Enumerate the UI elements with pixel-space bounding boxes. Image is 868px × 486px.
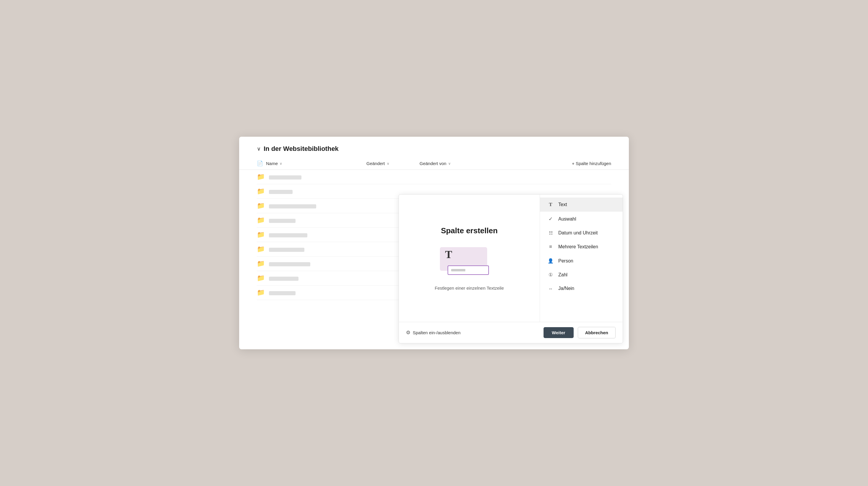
type-label-text: Text bbox=[558, 202, 567, 207]
auswahl-type-icon: ✓ bbox=[547, 216, 554, 222]
preview-graphic: T bbox=[440, 247, 499, 277]
file-col-icon: 📄 bbox=[257, 160, 263, 166]
text-type-icon: T bbox=[547, 202, 554, 208]
show-hide-columns-button[interactable]: ⚙ Spalten ein-/ausblenden bbox=[406, 330, 461, 336]
modal-main: Spalte erstellen T Festlegen einer einze… bbox=[399, 194, 623, 322]
col-geaendert-header[interactable]: Geändert ∨ bbox=[366, 161, 420, 166]
folder-icon: 📁 bbox=[257, 260, 265, 268]
type-label-auswahl: Auswahl bbox=[558, 216, 576, 222]
type-label-janein: Ja/Nein bbox=[558, 286, 574, 291]
preview-input-lines bbox=[451, 269, 475, 271]
weiter-button[interactable]: Weiter bbox=[544, 327, 574, 338]
mehrere-type-icon: ≡ bbox=[547, 244, 554, 250]
zahl-type-icon: ① bbox=[547, 272, 554, 277]
folder-icon: 📁 bbox=[257, 245, 265, 253]
main-window: ∨ In der Websitebibliothek 📄 Name ∨ Geän… bbox=[239, 137, 629, 349]
type-item-janein[interactable]: ↔ Ja/Nein bbox=[540, 282, 623, 295]
header: ∨ In der Websitebibliothek bbox=[239, 137, 629, 157]
type-label-person: Person bbox=[558, 259, 574, 264]
name-sort-icon: ∨ bbox=[280, 161, 282, 165]
folder-icon: 📁 bbox=[257, 187, 265, 195]
folder-icon: 📁 bbox=[257, 216, 265, 224]
columns-header: 📄 Name ∨ Geändert ∨ Geändert von ∨ + Spa… bbox=[239, 157, 629, 170]
preview-caption: Festlegen einer einzelnen Textzeile bbox=[435, 285, 504, 291]
folder-icon: 📁 bbox=[257, 274, 265, 282]
janein-type-icon: ↔ bbox=[547, 286, 554, 291]
type-label-mehrere: Mehrere Textzeilen bbox=[558, 244, 598, 249]
preview-t-icon: T bbox=[445, 248, 452, 261]
chevron-icon[interactable]: ∨ bbox=[257, 146, 261, 152]
modal-preview: Spalte erstellen T Festlegen einer einze… bbox=[399, 194, 540, 322]
preview-input-box bbox=[447, 266, 489, 275]
settings-label: Spalten ein-/ausblenden bbox=[413, 330, 461, 335]
abbrechen-button[interactable]: Abbrechen bbox=[578, 327, 616, 338]
datum-type-icon: ☷ bbox=[547, 230, 554, 236]
add-column-button[interactable]: + Spalte hinzufügen bbox=[572, 161, 611, 166]
type-item-mehrere[interactable]: ≡ Mehrere Textzeilen bbox=[540, 240, 623, 254]
modal-footer: ⚙ Spalten ein-/ausblenden Weiter Abbrech… bbox=[399, 322, 623, 343]
type-label-datum: Datum und Uhrzeit bbox=[558, 230, 597, 236]
table-row[interactable]: 📁 bbox=[257, 170, 611, 184]
folder-icon: 📁 bbox=[257, 202, 265, 210]
type-item-text[interactable]: T Text bbox=[540, 198, 623, 212]
modal-title: Spalte erstellen bbox=[441, 226, 497, 235]
type-label-zahl: Zahl bbox=[558, 272, 567, 277]
geaendert-von-sort-icon: ∨ bbox=[448, 161, 451, 165]
person-type-icon: 👤 bbox=[547, 258, 554, 264]
folder-icon: 📁 bbox=[257, 289, 265, 297]
type-item-zahl[interactable]: ① Zahl bbox=[540, 268, 623, 282]
column-type-list: T Text ✓ Auswahl ☷ Datum und Uhrzeit ≡ M… bbox=[540, 194, 623, 322]
settings-icon: ⚙ bbox=[406, 330, 410, 336]
page-title: In der Websitebibliothek bbox=[264, 145, 339, 153]
type-item-datum[interactable]: ☷ Datum und Uhrzeit bbox=[540, 226, 623, 240]
type-item-auswahl[interactable]: ✓ Auswahl bbox=[540, 212, 623, 226]
type-item-person[interactable]: 👤 Person bbox=[540, 254, 623, 268]
geaendert-sort-icon: ∨ bbox=[387, 161, 390, 165]
create-column-modal: Spalte erstellen T Festlegen einer einze… bbox=[399, 194, 623, 343]
folder-icon: 📁 bbox=[257, 231, 265, 239]
col-name-header[interactable]: Name ∨ bbox=[266, 161, 366, 166]
folder-icon: 📁 bbox=[257, 173, 265, 181]
col-geaendert-von-header[interactable]: Geändert von ∨ bbox=[420, 161, 485, 166]
